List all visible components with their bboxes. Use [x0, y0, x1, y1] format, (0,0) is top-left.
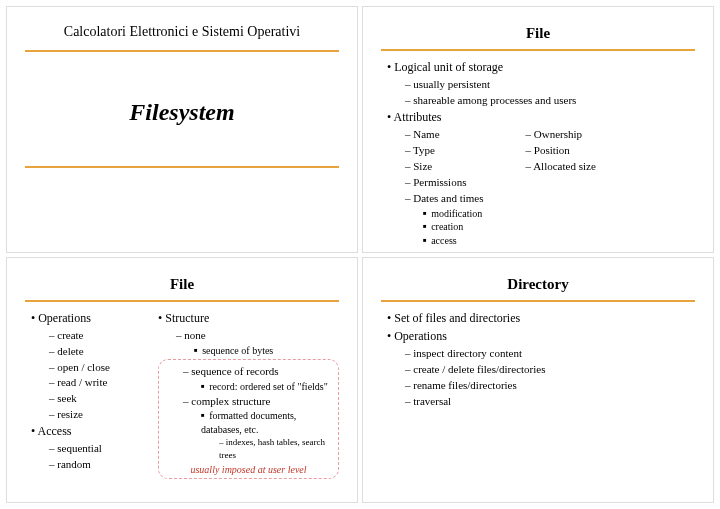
bullet: Logical unit of storage [387, 59, 695, 75]
divider [25, 50, 339, 52]
sub-sub-bullet: formatted documents, databases, etc. [201, 409, 332, 436]
sub-bullet: rename files/directories [405, 378, 695, 393]
slide-title-text: File [25, 268, 339, 298]
bullet: Operations [31, 310, 138, 326]
sub-bullet: usually persistent [405, 77, 695, 92]
sub-bullet: complex structure [183, 394, 332, 409]
sub-sub-sub-bullet: indexes, hash tables, search trees [219, 436, 332, 460]
slide-title-text: Directory [381, 268, 695, 298]
sub-sub-bullet: access [423, 234, 484, 248]
sub-sub-bullet: record: ordered set of "fields" [201, 380, 332, 394]
divider [25, 300, 339, 302]
bullet: Attributes [387, 109, 695, 125]
slide-title: Calcolatori Elettronici e Sistemi Operat… [6, 6, 358, 253]
sub-bullet: sequence of records [183, 364, 332, 379]
bullet: Set of files and directories [387, 310, 695, 326]
sub-bullet: sequential [49, 441, 138, 456]
slide-directory: Directory Set of files and directories O… [362, 257, 714, 504]
bullet: Access [31, 423, 138, 439]
course-name: Calcolatori Elettronici e Sistemi Operat… [25, 17, 339, 48]
slide-file-def: File Logical unit of storage usually per… [362, 6, 714, 253]
sub-bullet: delete [49, 344, 138, 359]
divider [25, 166, 339, 168]
sub-bullet: Ownership [526, 127, 596, 142]
bullet: Structure [158, 310, 339, 326]
sub-bullet: resize [49, 407, 138, 422]
divider [381, 300, 695, 302]
divider [381, 49, 695, 51]
sub-bullet: shareable among processes and users [405, 93, 695, 108]
slide-file-ops: File Operations create delete open / clo… [6, 257, 358, 504]
bullet: Operations [387, 328, 695, 344]
sub-bullet: create / delete files/directories [405, 362, 695, 377]
sub-sub-bullet: creation [423, 220, 484, 234]
sub-bullet: read / write [49, 375, 138, 390]
sub-bullet: Name [405, 127, 484, 142]
sub-bullet: inspect directory content [405, 346, 695, 361]
sub-bullet: Allocated size [526, 159, 596, 174]
callout-box: sequence of records record: ordered set … [158, 359, 339, 479]
callout-note: usually imposed at user level [165, 461, 332, 477]
sub-bullet: Permissions [405, 175, 484, 190]
sub-bullet: random [49, 457, 138, 472]
sub-sub-bullet: sequence of bytes [194, 344, 339, 358]
sub-bullet: Dates and times [405, 191, 484, 206]
sub-bullet: seek [49, 391, 138, 406]
sub-bullet: Type [405, 143, 484, 158]
slide-title-text: File [381, 17, 695, 47]
sub-bullet: create [49, 328, 138, 343]
sub-bullet: Size [405, 159, 484, 174]
sub-bullet: none [176, 328, 339, 343]
sub-bullet: Position [526, 143, 596, 158]
sub-sub-bullet: modification [423, 207, 484, 221]
sub-bullet: traversal [405, 394, 695, 409]
sub-bullet: open / close [49, 360, 138, 375]
lecture-title: Filesystem [25, 60, 339, 164]
